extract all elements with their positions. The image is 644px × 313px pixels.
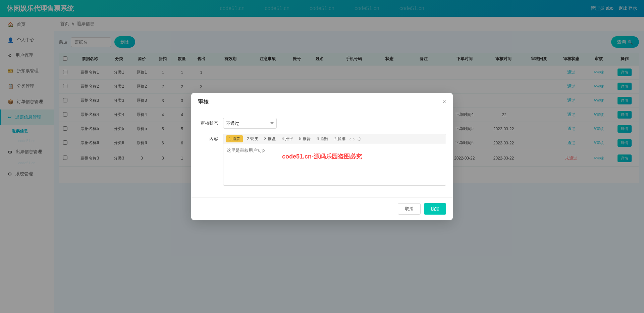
content-control-wrap: 1 退票 2 蜕皮 3 推盘 4 推平 5 推普 6 退赔 7 腿排 ‹ › ☺ xyxy=(223,134,446,186)
quick-word-6[interactable]: 6 退赔 xyxy=(315,135,330,142)
status-control-wrap: 通过 不通过 xyxy=(223,118,446,129)
content-form-row: 内容 1 退票 2 蜕皮 3 推盘 4 推平 5 推普 6 退赔 xyxy=(198,134,446,186)
audit-status-select[interactable]: 通过 不通过 xyxy=(223,118,277,129)
emoji-button[interactable]: ☺ xyxy=(357,136,362,142)
quick-word-7[interactable]: 7 腿排 xyxy=(332,135,347,142)
textarea-toolbar: 1 退票 2 蜕皮 3 推盘 4 推平 5 推普 6 退赔 7 腿排 ‹ › ☺ xyxy=(223,134,446,144)
modal-body: 审核状态 通过 不通过 内容 1 退票 xyxy=(191,111,453,197)
cancel-button[interactable]: 取消 xyxy=(398,203,421,215)
modal-close-button[interactable]: × xyxy=(442,98,446,105)
audit-modal: 审核 × 审核状态 通过 不通过 内容 xyxy=(191,93,453,220)
prev-words-button[interactable]: ‹ xyxy=(350,136,351,142)
modal-title: 审核 xyxy=(198,98,209,105)
content-textarea[interactable] xyxy=(223,144,446,184)
quick-word-2[interactable]: 2 蜕皮 xyxy=(245,135,260,142)
textarea-wrap: 1 退票 2 蜕皮 3 推盘 4 推平 5 推普 6 退赔 7 腿排 ‹ › ☺ xyxy=(223,134,446,186)
modal-overlay[interactable]: 审核 × 审核状态 通过 不通过 内容 xyxy=(0,0,644,313)
quick-word-5[interactable]: 5 推普 xyxy=(297,135,313,142)
quick-word-3[interactable]: 3 推盘 xyxy=(262,135,278,142)
status-label: 审核状态 xyxy=(198,118,218,129)
confirm-button[interactable]: 确定 xyxy=(424,203,446,215)
modal-header: 审核 × xyxy=(191,93,453,111)
content-label: 内容 xyxy=(198,134,218,144)
modal-footer: 取消 确定 xyxy=(191,197,453,220)
quick-word-1[interactable]: 1 退票 xyxy=(226,135,243,142)
next-words-button[interactable]: › xyxy=(353,136,355,142)
status-form-row: 审核状态 通过 不通过 xyxy=(198,118,446,129)
quick-word-4[interactable]: 4 推平 xyxy=(280,135,295,142)
